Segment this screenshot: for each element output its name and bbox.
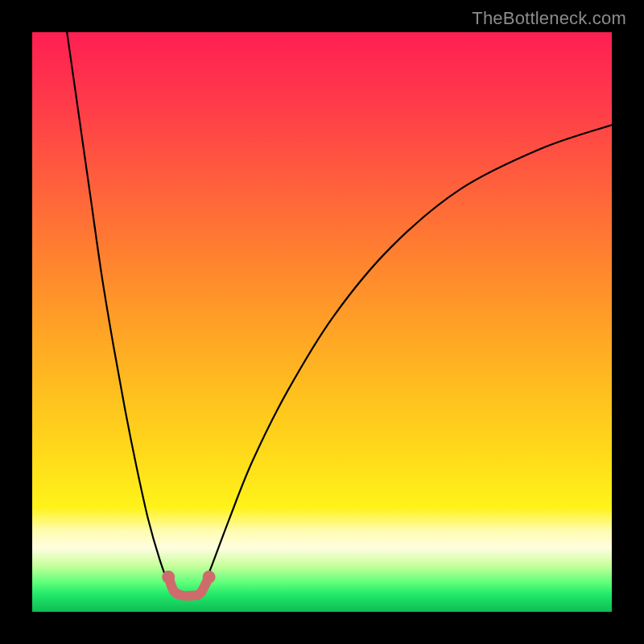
valley-highlight-dots (162, 571, 215, 584)
plot-area (32, 32, 612, 612)
valley-highlight-dot (203, 571, 216, 584)
watermark-text: TheBottleneck.com (472, 8, 626, 29)
chart-frame: TheBottleneck.com (0, 0, 644, 644)
valley-highlight (168, 577, 208, 597)
valley-highlight-dot (162, 571, 175, 584)
curve-right-branch (200, 125, 612, 594)
curve-left-branch (67, 32, 177, 594)
curve-layer (32, 32, 612, 612)
